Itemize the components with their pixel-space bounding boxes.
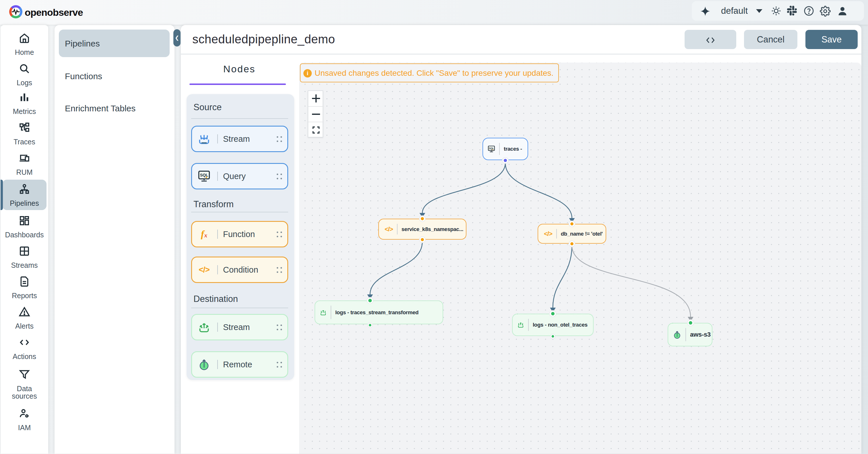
- svg-text:SQL: SQL: [200, 173, 208, 177]
